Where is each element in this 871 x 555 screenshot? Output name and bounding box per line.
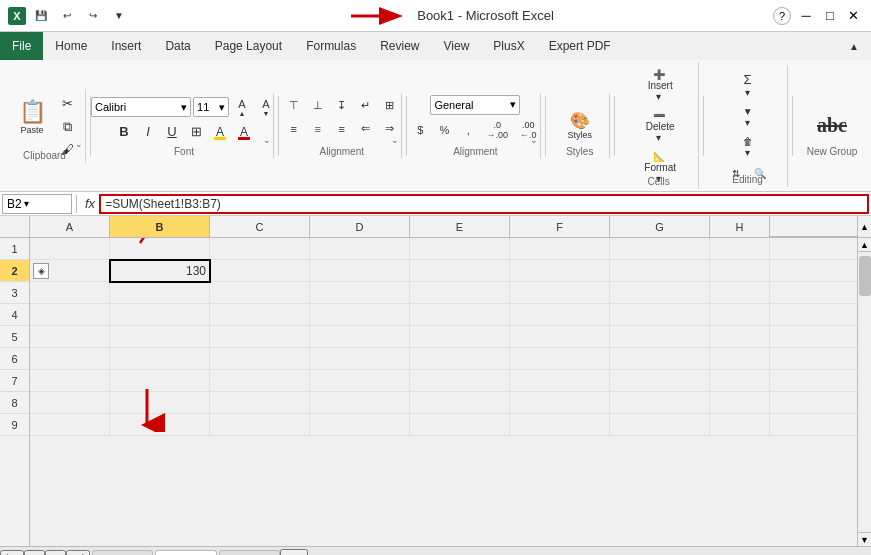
cell-C2[interactable]: [210, 260, 310, 282]
sheet-tab-sheet1[interactable]: Sheet1: [92, 550, 153, 555]
cell-D7[interactable]: [310, 370, 410, 392]
cell-E9[interactable]: [410, 414, 510, 436]
cell-C4[interactable]: [210, 304, 310, 326]
cell-H9[interactable]: [710, 414, 770, 436]
cell-F1[interactable]: [510, 238, 610, 260]
row-header-1[interactable]: 1: [0, 238, 29, 260]
sheet-nav-next[interactable]: ▶: [45, 550, 66, 556]
tab-expert-pdf[interactable]: Expert PDF: [537, 32, 623, 60]
cell-G6[interactable]: [610, 348, 710, 370]
tab-data[interactable]: Data: [153, 32, 202, 60]
cell-D1[interactable]: [310, 238, 410, 260]
align-left-btn[interactable]: ≡: [283, 118, 305, 140]
tab-page-layout[interactable]: Page Layout: [203, 32, 294, 60]
tab-plusx[interactable]: PlusX: [481, 32, 536, 60]
cell-F8[interactable]: [510, 392, 610, 414]
percent-btn[interactable]: %: [433, 119, 455, 141]
alignment-expand-icon[interactable]: ⌄: [391, 135, 399, 145]
smart-tag-icon[interactable]: ◈: [33, 263, 49, 279]
cell-G3[interactable]: [610, 282, 710, 304]
redo-quick-btn[interactable]: ↪: [82, 5, 104, 27]
font-size-selector[interactable]: 11 ▾: [193, 97, 229, 117]
increase-font-btn[interactable]: A▲: [231, 95, 253, 120]
cell-G1[interactable]: [610, 238, 710, 260]
cell-G8[interactable]: [610, 392, 710, 414]
cell-H3[interactable]: [710, 282, 770, 304]
cell-B1[interactable]: [110, 238, 210, 260]
cell-B8[interactable]: [110, 392, 210, 414]
col-header-F[interactable]: F: [510, 216, 610, 237]
sheet-nav-prev[interactable]: ◀: [24, 550, 45, 556]
number-format-selector[interactable]: General ▾: [430, 95, 520, 115]
cell-H5[interactable]: [710, 326, 770, 348]
scroll-up-btn[interactable]: ▲: [858, 238, 872, 252]
cell-E2[interactable]: [410, 260, 510, 282]
paste-button[interactable]: 📋 Paste: [10, 91, 54, 143]
cell-A3[interactable]: [30, 282, 110, 304]
align-center-btn[interactable]: ≡: [307, 118, 329, 140]
cell-reference-box[interactable]: B2 ▾: [2, 194, 72, 214]
align-right-btn[interactable]: ≡: [331, 118, 353, 140]
vertical-scrollbar[interactable]: ▲ ▼: [857, 238, 871, 546]
cell-F6[interactable]: [510, 348, 610, 370]
cell-C8[interactable]: [210, 392, 310, 414]
cell-F3[interactable]: [510, 282, 610, 304]
tab-view[interactable]: View: [432, 32, 482, 60]
cell-A9[interactable]: [30, 414, 110, 436]
cell-H2[interactable]: [710, 260, 770, 282]
sheet-nav-last[interactable]: ▶|: [66, 550, 90, 556]
cell-F7[interactable]: [510, 370, 610, 392]
decrease-font-btn[interactable]: A▼: [255, 95, 277, 120]
cell-D5[interactable]: [310, 326, 410, 348]
tab-insert[interactable]: Insert: [99, 32, 153, 60]
number-expand-icon[interactable]: ⌄: [530, 135, 538, 145]
tab-formulas[interactable]: Formulas: [294, 32, 368, 60]
cell-E3[interactable]: [410, 282, 510, 304]
insert-cells-btn[interactable]: ➕ Insert ▾: [629, 66, 689, 105]
row-header-8[interactable]: 8: [0, 392, 29, 414]
tab-review[interactable]: Review: [368, 32, 431, 60]
align-vcenter-btn[interactable]: ⊥: [307, 95, 329, 117]
row-header-5[interactable]: 5: [0, 326, 29, 348]
clear-btn[interactable]: 🗑 ▾: [718, 133, 778, 161]
cell-C9[interactable]: [210, 414, 310, 436]
minimize-btn[interactable]: ─: [797, 7, 815, 25]
fill-btn[interactable]: ▼ ▾: [718, 103, 778, 131]
cell-D9[interactable]: [310, 414, 410, 436]
ribbon-toggle-btn[interactable]: ▲: [837, 32, 871, 60]
quickaccess-more-btn[interactable]: ▼: [108, 5, 130, 27]
styles-button[interactable]: 🎨 Styles: [555, 100, 605, 152]
row-header-7[interactable]: 7: [0, 370, 29, 392]
decrease-indent-btn[interactable]: ⇐: [355, 118, 377, 140]
sheet-nav-first[interactable]: |◀: [0, 550, 24, 556]
cell-E4[interactable]: [410, 304, 510, 326]
cell-A7[interactable]: [30, 370, 110, 392]
cut-button[interactable]: ✂: [56, 93, 79, 115]
row-header-3[interactable]: 3: [0, 282, 29, 304]
cell-H8[interactable]: [710, 392, 770, 414]
cell-E7[interactable]: [410, 370, 510, 392]
cell-H4[interactable]: [710, 304, 770, 326]
cell-ref-dropdown[interactable]: ▾: [24, 198, 29, 209]
cell-C3[interactable]: [210, 282, 310, 304]
select-all-corner[interactable]: [0, 216, 30, 237]
cell-B4[interactable]: [110, 304, 210, 326]
cell-B7[interactable]: [110, 370, 210, 392]
font-color-button[interactable]: A: [233, 121, 255, 143]
cell-G2[interactable]: [610, 260, 710, 282]
tab-home[interactable]: Home: [43, 32, 99, 60]
cell-E1[interactable]: [410, 238, 510, 260]
col-header-A[interactable]: A: [30, 216, 110, 237]
wrap-text-btn[interactable]: ↵: [355, 95, 377, 117]
scroll-down-btn[interactable]: ▼: [858, 532, 872, 546]
cell-D3[interactable]: [310, 282, 410, 304]
cell-G9[interactable]: [610, 414, 710, 436]
cell-B6[interactable]: [110, 348, 210, 370]
cell-A4[interactable]: [30, 304, 110, 326]
cell-D4[interactable]: [310, 304, 410, 326]
cell-C6[interactable]: [210, 348, 310, 370]
cell-D8[interactable]: [310, 392, 410, 414]
italic-button[interactable]: I: [137, 121, 159, 143]
scroll-thumb[interactable]: [859, 256, 871, 296]
underline-button[interactable]: U: [161, 121, 183, 143]
